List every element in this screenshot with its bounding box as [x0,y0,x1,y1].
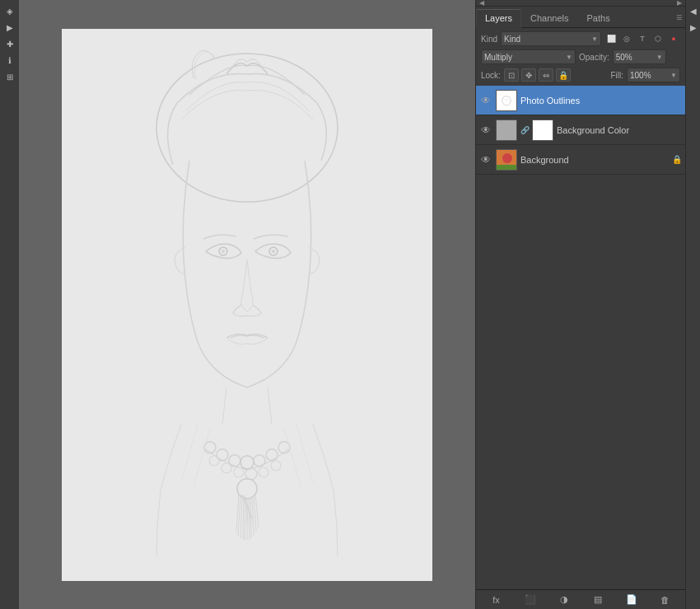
mini-collapse-bottom[interactable]: ▶ [686,20,701,35]
lock-artboard-btn[interactable]: ⇔ [539,68,553,82]
fill-input[interactable]: 100% ▼ [627,68,680,82]
layer-row-background-color[interactable]: 👁 🔗 Background Color [476,115,685,145]
fill-label: Fill: [610,71,623,80]
kind-pixel-icon[interactable]: ⬜ [604,32,618,45]
blend-mode-arrow: ▼ [566,54,572,61]
visibility-background[interactable]: 👁 [479,153,492,166]
kind-shape-icon[interactable]: ⬡ [651,32,665,45]
layers-list: 👁 Photo Outlines 👁 🔗 [476,86,685,589]
tab-channels[interactable]: Channels [521,9,577,27]
tool-4[interactable]: ℹ [2,53,17,68]
add-mask-button[interactable]: ⬛ [522,592,539,608]
new-layer-button[interactable]: 📄 [623,592,640,608]
kind-dropdown-arrow: ▼ [591,35,598,43]
svg-rect-22 [497,120,516,140]
svg-point-25 [502,153,512,163]
layer-name-photo-outlines: Photo Outlines [520,96,682,105]
right-panel: ◀ ▶ Layers Channels Paths ≡ Kind Kind ▼ … [475,0,685,609]
tool-1[interactable]: ◈ [2,3,17,18]
panel-menu-icon[interactable]: ≡ [676,12,682,23]
tool-5[interactable]: ⊞ [2,69,17,84]
svg-rect-20 [497,91,516,110]
kind-smart-icon[interactable]: ● [667,32,680,45]
kind-icons: ⬜ ◎ T ⬡ ● [604,32,680,45]
layer-name-background: Background [520,155,669,165]
layer-row-photo-outlines[interactable]: 👁 Photo Outlines [476,86,685,115]
layer-link-icon: 🔗 [520,126,529,134]
kind-text-icon[interactable]: T [636,32,649,45]
svg-rect-26 [497,165,517,171]
tool-3[interactable]: ✚ [2,36,17,51]
svg-rect-23 [533,120,553,140]
opacity-arrow: ▼ [656,54,663,61]
adjustment-button[interactable]: ◑ [556,592,572,608]
tab-paths[interactable]: Paths [578,9,619,27]
layer-thumb-photo-outlines [496,90,517,111]
kind-dropdown-value: Kind [504,35,520,44]
kind-adjust-icon[interactable]: ◎ [620,32,633,45]
lock-position-btn[interactable]: ✥ [521,68,536,82]
right-mini-toolbar: ◀ ▶ [685,0,700,609]
left-toolbar: ◈ ▶ ✚ ℹ ⊞ [0,0,19,609]
panel-tabs: Layers Channels Paths ≡ [476,7,685,28]
visibility-photo-outlines[interactable]: 👁 [479,94,492,107]
new-group-button[interactable]: ▤ [590,592,606,608]
fill-arrow: ▼ [670,72,677,79]
svg-point-5 [272,250,275,253]
kind-row: Kind Kind ▼ ⬜ ◎ T ⬡ ● [481,31,680,46]
mini-collapse-top[interactable]: ◀ [686,3,701,18]
panel-collapse-bar: ◀ ▶ [476,0,685,7]
layer-name-background-color: Background Color [557,125,682,135]
fx-button[interactable]: fx [488,592,505,608]
collapse-left-arrow[interactable]: ◀ [479,0,484,7]
svg-point-3 [222,250,225,253]
delete-layer-button[interactable]: 🗑 [657,592,674,608]
panel-bottom-toolbar: fx ⬛ ◑ ▤ 📄 🗑 [476,589,685,609]
collapse-right-arrow[interactable]: ▶ [677,0,682,7]
layer-thumb-background [496,149,517,171]
visibility-background-color[interactable]: 👁 [479,124,492,137]
kind-dropdown[interactable]: Kind ▼ [501,31,601,46]
sketch-canvas [62,29,432,581]
lock-all-btn[interactable]: 🔒 [556,68,571,82]
canvas-area [19,0,475,609]
layer-row-background[interactable]: 👁 Background 🔒 [476,145,685,175]
blend-mode-dropdown[interactable]: Multiply ▼ [481,49,576,64]
lock-pixels-btn[interactable]: ⊡ [504,68,519,82]
fill-value-text: 100% [630,71,651,80]
tool-2[interactable]: ▶ [2,20,17,35]
layer-thumb-background-color [496,119,517,141]
kind-label: Kind [481,35,497,44]
tab-layers[interactable]: Layers [476,9,521,28]
lock-fill-row: Lock: ⊡ ✥ ⇔ 🔒 Fill: 100% ▼ [481,68,680,82]
lock-icons: ⊡ ✥ ⇔ 🔒 [504,68,571,82]
lock-label: Lock: [481,71,501,80]
layer-mask-thumb [532,119,553,141]
opacity-label: Opacity: [579,53,609,62]
layer-lock-background: 🔒 [672,155,682,165]
opacity-input[interactable]: 50% ▼ [613,49,666,64]
canvas-document [62,29,432,581]
blend-mode-value: Multiply [484,53,512,62]
opacity-value-text: 50% [616,53,632,62]
blend-opacity-row: Multiply ▼ Opacity: 50% ▼ [481,49,680,64]
layer-controls: Kind Kind ▼ ⬜ ◎ T ⬡ ● Multiply ▼ Opacity… [476,28,685,86]
